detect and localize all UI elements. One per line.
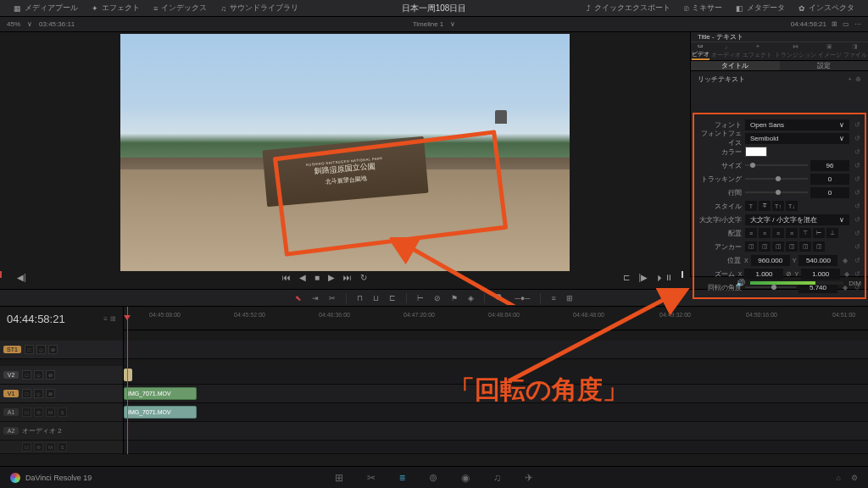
tab-effects[interactable]: ✦エフェクト bbox=[743, 43, 772, 59]
metadata-button[interactable]: ◧メタデータ bbox=[729, 3, 792, 14]
rotation-slider[interactable] bbox=[745, 286, 796, 288]
audio-clip[interactable]: IMG_7071.MOV bbox=[124, 406, 197, 419]
track-a2[interactable] bbox=[124, 422, 868, 441]
anchor-5[interactable]: ◫ bbox=[799, 241, 811, 252]
tab-transition[interactable]: ⧓トランジション bbox=[775, 43, 816, 59]
align-center[interactable]: ≡ bbox=[759, 228, 771, 238]
overwrite-icon[interactable]: ⊔ bbox=[373, 294, 379, 302]
subtab-settings[interactable]: 設定 bbox=[780, 61, 869, 70]
effects-button[interactable]: ✦エフェクト bbox=[85, 3, 147, 14]
align-right[interactable]: ≡ bbox=[772, 228, 784, 238]
zoom-y-input[interactable] bbox=[801, 269, 840, 280]
speaker-icon[interactable]: 🔊 bbox=[736, 279, 745, 287]
zoom-tool-icon[interactable]: 🔍 bbox=[495, 294, 504, 302]
reset-icon[interactable]: ↺ bbox=[853, 162, 861, 169]
last-icon[interactable]: ⏭ bbox=[343, 273, 352, 282]
track-header-a2-sub[interactable]: ⊡⊘MS bbox=[0, 441, 123, 454]
timeline-ruler[interactable]: 04:45:08:00 04:45:52:00 04:46:36:00 04:4… bbox=[124, 307, 868, 330]
timeline-name[interactable]: Timeline 1 bbox=[413, 20, 444, 28]
tab-audio[interactable]: ♪オーディオ bbox=[711, 44, 741, 59]
page-fairlight-icon[interactable]: ♫ bbox=[493, 472, 501, 484]
viewer-opt-icon[interactable]: ⊞ bbox=[832, 20, 837, 28]
position-y-input[interactable] bbox=[798, 255, 837, 266]
tracking-slider[interactable] bbox=[745, 178, 808, 180]
reset-icon[interactable]: ↺ bbox=[853, 135, 861, 142]
keyframe-icon[interactable]: ◆ bbox=[841, 257, 849, 264]
style-strike[interactable]: T̶ bbox=[759, 201, 771, 211]
page-color-icon[interactable]: ◉ bbox=[461, 472, 470, 484]
zoom-slider-icon[interactable]: ─●─ bbox=[515, 294, 530, 302]
reset-icon[interactable]: ↺ bbox=[853, 121, 861, 129]
snap-icon[interactable]: ⊢ bbox=[417, 294, 424, 302]
size-input[interactable] bbox=[810, 160, 849, 171]
markout-icon[interactable]: |▶ bbox=[638, 273, 648, 282]
link-icon[interactable]: ⊘ bbox=[434, 294, 441, 302]
track-v1[interactable]: IMG_7071.MOV bbox=[124, 385, 868, 403]
anchor-6[interactable]: ◫ bbox=[813, 241, 825, 252]
zoom-level[interactable]: 45% bbox=[7, 20, 20, 28]
anchor-2[interactable]: ◫ bbox=[759, 241, 771, 252]
replace-icon[interactable]: ⊏ bbox=[389, 294, 396, 302]
page-media-icon[interactable]: ⊞ bbox=[335, 472, 343, 484]
fontface-select[interactable]: Semibold∨ bbox=[745, 133, 849, 144]
jog-icon[interactable]: ⏵⏸ bbox=[656, 273, 673, 282]
keyframe-icon[interactable]: ◆ bbox=[843, 270, 850, 278]
volume-slider[interactable] bbox=[750, 281, 843, 285]
page-deliver-icon[interactable]: ✈ bbox=[525, 472, 533, 484]
dim-button[interactable]: DIM bbox=[849, 280, 861, 287]
markin-icon[interactable]: ◀| bbox=[17, 273, 26, 282]
marker-icon[interactable]: ◈ bbox=[468, 294, 474, 302]
link-icon[interactable]: ⊘ bbox=[786, 270, 792, 278]
view-opt-icon[interactable]: ⊞ bbox=[566, 294, 573, 302]
quickexport-button[interactable]: ⤴クイックエクスポート bbox=[580, 3, 677, 14]
tc-opt-icon[interactable]: ⊞ bbox=[110, 315, 116, 323]
valign-bot[interactable]: ⊥ bbox=[826, 228, 838, 238]
tab-video[interactable]: ▭ビデオ bbox=[692, 42, 709, 60]
inspector-button[interactable]: ✿インスペクタ bbox=[792, 3, 861, 14]
color-swatch[interactable] bbox=[745, 147, 767, 157]
valign-mid[interactable]: ⊢ bbox=[813, 228, 825, 238]
blade-tool-icon[interactable]: ✂ bbox=[329, 294, 336, 302]
reset-icon[interactable]: ↺ bbox=[853, 175, 861, 183]
selection-tool-icon[interactable]: ⬉ bbox=[295, 294, 302, 302]
case-select[interactable]: 大文字 / 小文字を混在∨ bbox=[745, 214, 849, 225]
font-select[interactable]: Open Sans∨ bbox=[745, 119, 849, 130]
home-icon[interactable]: ⌂ bbox=[837, 474, 841, 482]
timeline-timecode[interactable]: 04:44:58:21 bbox=[7, 313, 65, 325]
soundlib-button[interactable]: ♫サウンドライブラリ bbox=[214, 3, 305, 14]
subtab-title[interactable]: タイトル bbox=[691, 61, 780, 70]
track-v2[interactable] bbox=[124, 366, 868, 385]
stop-icon[interactable]: ■ bbox=[314, 273, 320, 282]
tab-file[interactable]: ◨ファイル bbox=[843, 43, 867, 59]
style-underline[interactable]: T bbox=[745, 201, 757, 211]
track-st1[interactable] bbox=[124, 341, 868, 359]
page-cut-icon[interactable]: ✂ bbox=[367, 472, 376, 484]
track-header-a2[interactable]: A2 オーディオ 2 bbox=[0, 422, 123, 441]
settings-icon[interactable]: ⚙ bbox=[851, 474, 858, 482]
reset-icon[interactable]: ⊕ bbox=[855, 75, 861, 83]
mixer-button[interactable]: ⎚ミキサー bbox=[677, 3, 729, 14]
track-header-v2[interactable]: V2 □◇⊘ bbox=[0, 366, 123, 385]
page-edit-icon[interactable]: ≡ bbox=[399, 472, 405, 484]
title-clip[interactable] bbox=[124, 369, 132, 381]
loop-icon[interactable]: ↻ bbox=[360, 273, 367, 282]
track-header-a1[interactable]: A1 ⊡⊘MS bbox=[0, 403, 123, 422]
flag-icon[interactable]: ⚑ bbox=[451, 294, 458, 302]
track-a1[interactable]: IMG_7071.MOV bbox=[124, 403, 868, 422]
video-clip[interactable]: IMG_7071.MOV bbox=[124, 387, 197, 400]
playhead[interactable] bbox=[127, 307, 128, 454]
trim-tool-icon[interactable]: ⇥ bbox=[312, 294, 319, 302]
reset-icon[interactable]: ↺ bbox=[853, 189, 861, 197]
view-opt-icon[interactable]: ≡ bbox=[551, 294, 555, 302]
play-icon[interactable]: ▶ bbox=[328, 273, 335, 282]
style-sub[interactable]: T↓ bbox=[786, 201, 798, 211]
align-justify[interactable]: ≡ bbox=[786, 228, 798, 238]
anchor-1[interactable]: ◫ bbox=[745, 241, 757, 252]
size-slider[interactable] bbox=[745, 164, 808, 166]
mediapool-button[interactable]: ▦メディアプール bbox=[7, 3, 85, 14]
zoom-x-input[interactable] bbox=[744, 269, 783, 280]
section-richtext[interactable]: リッチテキスト +⊕ bbox=[691, 71, 868, 87]
track-header-st1[interactable]: ST1 □◇⊘ bbox=[0, 341, 123, 359]
track-a2-sub[interactable] bbox=[124, 441, 868, 454]
style-super[interactable]: T↑ bbox=[772, 201, 784, 211]
